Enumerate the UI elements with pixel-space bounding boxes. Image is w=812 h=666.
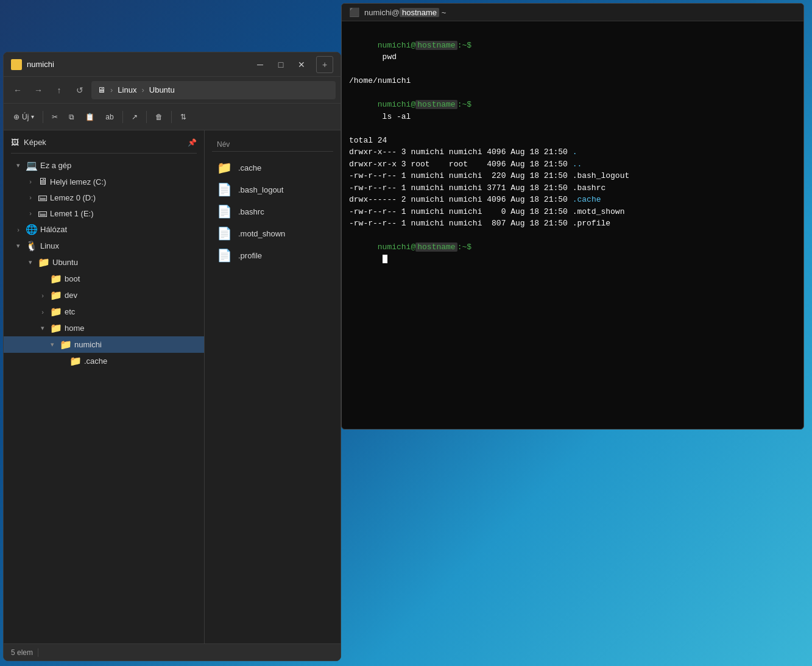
d-drive-icon: 🖴 [38, 192, 48, 203]
linux-icon: 🐧 [26, 240, 38, 252]
boot-icon: 📁 [50, 273, 62, 285]
dropdown-icon: ▾ [31, 113, 34, 120]
explorer-window-icon [11, 59, 22, 70]
cmd-pwd: pwd [378, 52, 397, 62]
prompt-3: numichi@hostname:~$ [378, 243, 471, 252]
sidebar-item-c-drive[interactable]: › 🖥 Helyi lemez (C:) [4, 174, 204, 190]
etc-icon: 📁 [50, 306, 62, 317]
sidebar-item-linux[interactable]: ▾ 🐧 Linux [4, 238, 204, 254]
sidebar-item-network[interactable]: › 🌐 Hálózat [4, 221, 204, 238]
expand-d-icon: › [26, 194, 35, 201]
profile-icon: 📄 [217, 248, 232, 263]
expand-dev-icon: › [38, 292, 48, 299]
cache-folder-icon: 📁 [217, 160, 232, 175]
cursor [383, 255, 387, 263]
file-item-profile[interactable]: 📄 .profile [212, 244, 333, 266]
pinned-pictures[interactable]: 🖼 Képek 📌 [4, 135, 204, 149]
terminal-body[interactable]: numichi@hostname:~$ pwd /home/numichi nu… [342, 21, 803, 429]
back-button[interactable]: ← [9, 81, 27, 99]
e-drive-icon: 🖴 [38, 208, 48, 219]
sort-button[interactable]: ⇅ [175, 107, 191, 127]
new-button[interactable]: ⊕ Új ▾ [9, 107, 39, 127]
content-area: 🖼 Képek 📌 ▾ 💻 Ez a gép › 🖥 Helyi lemez (… [4, 130, 341, 643]
sidebar-item-dev[interactable]: › 📁 dev [4, 287, 204, 303]
file-explorer-window: numichi ─ □ ✕ + ← → ↑ ↺ 🖥 › Linux › Ubun… [3, 52, 341, 661]
file-item-bash-logout[interactable]: 📄 .bash_logout [212, 179, 333, 200]
pictures-icon: 🖼 [11, 138, 19, 147]
dev-label: dev [65, 291, 77, 300]
file-list-panel: Név 📁 .cache 📄 .bash_logout 📄 .bashrc 📄 … [205, 130, 341, 643]
bashrc-icon: 📄 [217, 204, 232, 219]
etc-label: etc [65, 307, 75, 316]
refresh-button[interactable]: ↺ [71, 81, 89, 99]
sidebar-item-boot[interactable]: 📁 boot [4, 271, 204, 287]
explorer-title: numichi [27, 60, 252, 69]
this-pc-icon: 💻 [26, 160, 38, 171]
paste-button[interactable]: 📋 [80, 107, 99, 127]
expand-home-icon: ▾ [38, 324, 48, 332]
rename-button[interactable]: ab [101, 107, 118, 127]
output-motd: -rw-r--r-- 1 numichi numichi 0 Aug 18 21… [349, 206, 796, 218]
home-icon: 📁 [50, 322, 62, 334]
numichi-label: numichi [74, 340, 102, 349]
sidebar-item-numichi[interactable]: ▾ 📁 numichi [4, 336, 204, 353]
expand-linux-icon: ▾ [13, 242, 23, 250]
sidebar-item-this-pc[interactable]: ▾ 💻 Ez a gép [4, 157, 204, 174]
terminal-title: numichi@hostname ~ [364, 8, 446, 17]
sidebar-divider-1 [11, 153, 197, 154]
delete-button[interactable]: 🗑 [150, 107, 168, 127]
status-separator [38, 648, 38, 657]
pinned-label: Képek [24, 138, 46, 147]
forward-button[interactable]: → [29, 81, 48, 99]
new-tab-button[interactable]: + [316, 56, 333, 73]
output-bashrc: -rw-r--r-- 1 numichi numichi 3771 Aug 18… [349, 182, 796, 194]
copy-button[interactable]: ⧉ [64, 107, 79, 127]
sidebar: 🖼 Képek 📌 ▾ 💻 Ez a gép › 🖥 Helyi lemez (… [4, 130, 205, 643]
output-total: total 24 [349, 135, 796, 147]
bash-logout-name: .bash_logout [238, 185, 283, 194]
terminal-title-bar: ⬛ numichi@hostname ~ [342, 4, 803, 21]
sidebar-item-etc[interactable]: › 📁 etc [4, 303, 204, 320]
ubuntu-icon: 📁 [38, 257, 50, 268]
plus-icon: ⊕ [13, 113, 19, 121]
cmd-ls: ls -al [378, 112, 411, 121]
linux-label: Linux [40, 241, 59, 250]
address-bar[interactable]: 🖥 › Linux › Ubuntu [91, 81, 336, 99]
boot-label: boot [65, 274, 80, 283]
expand-c-icon: › [26, 178, 35, 185]
profile-name: .profile [238, 251, 262, 260]
output-profile: -rw-r--r-- 1 numichi numichi 807 Aug 18 … [349, 218, 796, 230]
sidebar-item-e-drive[interactable]: › 🖴 Lemet 1 (E:) [4, 205, 204, 221]
expand-ubuntu-icon: ▾ [26, 258, 35, 266]
sidebar-item-d-drive[interactable]: › 🖴 Lemez 0 (D:) [4, 190, 204, 205]
file-item-motd-shown[interactable]: 📄 .motd_shown [212, 222, 333, 244]
e-drive-label: Lemet 1 (E:) [50, 209, 94, 218]
address-ubuntu: Ubuntu [149, 85, 175, 94]
c-drive-icon: 🖥 [38, 176, 48, 187]
cut-button[interactable]: ✂ [47, 107, 63, 127]
bash-logout-icon: 📄 [217, 182, 232, 197]
prompt-2: numichi@hostname:~$ [378, 100, 471, 109]
motd-name: .motd_shown [238, 229, 285, 238]
motd-icon: 📄 [217, 226, 232, 241]
minimize-button[interactable]: ─ [252, 56, 269, 73]
file-explorer-title-bar: numichi ─ □ ✕ + [4, 52, 341, 77]
maximize-button[interactable]: □ [272, 56, 289, 73]
output-dir-current: drwxr-x--- 3 numichi numichi 4096 Aug 18… [349, 146, 796, 158]
output-cache: drwx------ 2 numichi numichi 4096 Aug 18… [349, 194, 796, 206]
address-monitor-icon: 🖥 [97, 85, 105, 94]
ubuntu-label: Ubuntu [52, 258, 78, 267]
item-count: 5 elem [11, 648, 33, 657]
toolbar-separator-1 [43, 111, 43, 123]
cache-icon: 📁 [69, 355, 82, 367]
dev-icon: 📁 [50, 289, 62, 301]
sidebar-item-ubuntu[interactable]: ▾ 📁 Ubuntu [4, 254, 204, 271]
file-item-cache[interactable]: 📁 .cache [212, 157, 333, 179]
sidebar-item-home[interactable]: ▾ 📁 home [4, 320, 204, 336]
up-button[interactable]: ↑ [50, 81, 68, 99]
file-item-bashrc[interactable]: 📄 .bashrc [212, 200, 333, 222]
numichi-icon: 📁 [60, 339, 72, 350]
close-button[interactable]: ✕ [293, 56, 310, 73]
share-button[interactable]: ↗ [127, 107, 143, 127]
sidebar-item-cache[interactable]: 📁 .cache [4, 353, 204, 369]
